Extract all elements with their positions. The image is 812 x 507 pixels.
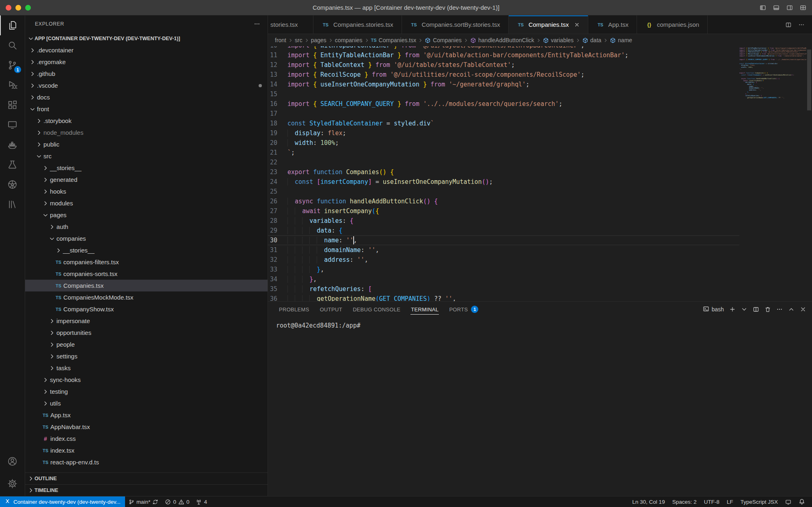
tree-item[interactable]: testing bbox=[25, 386, 268, 397]
line-number[interactable]: 30 bbox=[268, 235, 287, 245]
activity-run-debug-button[interactable] bbox=[0, 75, 25, 95]
breadcrumb-item[interactable]: handleAddButtonClick bbox=[470, 37, 535, 43]
line-number[interactable]: 13 bbox=[268, 70, 287, 80]
sidebar-section-outline[interactable]: OUTLINE bbox=[25, 472, 268, 484]
panel-tab-problems[interactable]: PROBLEMS bbox=[274, 302, 315, 317]
tree-item[interactable]: public bbox=[25, 138, 268, 150]
line-number[interactable]: 36 bbox=[268, 294, 287, 301]
indentation[interactable]: Spaces: 2 bbox=[669, 496, 700, 507]
scrollbar-thumb[interactable] bbox=[807, 50, 811, 110]
line-number[interactable]: 32 bbox=[268, 255, 287, 265]
tree-item[interactable]: .storybook bbox=[25, 115, 268, 127]
eol-sequence[interactable]: LF bbox=[723, 496, 737, 507]
editor-tab[interactable]: {}companies.json bbox=[637, 15, 708, 34]
branch-status[interactable]: main* bbox=[125, 496, 162, 507]
tree-item[interactable]: TSindex.tsx bbox=[25, 444, 268, 456]
activity-search-button[interactable] bbox=[0, 35, 25, 55]
tree-item[interactable]: #index.css bbox=[25, 433, 268, 444]
line-number[interactable]: 10 bbox=[268, 46, 287, 50]
line-number[interactable]: 31 bbox=[268, 245, 287, 255]
breadcrumb-item[interactable]: variables bbox=[542, 37, 574, 43]
editor-more-actions-icon[interactable] bbox=[798, 22, 805, 28]
tree-item[interactable]: impersonate bbox=[25, 315, 268, 327]
encoding[interactable]: UTF-8 bbox=[700, 496, 723, 507]
sidebar-section-timeline[interactable]: TIMELINE bbox=[25, 484, 268, 496]
kill-terminal-icon[interactable] bbox=[764, 306, 771, 313]
tree-item[interactable]: .ergomake bbox=[25, 56, 268, 68]
code-line-16[interactable]: 16import { SEARCH_COMPANY_QUERY } from '… bbox=[268, 99, 739, 109]
activity-kubernetes-button[interactable] bbox=[0, 175, 25, 194]
forwarded-ports-status[interactable]: 4 bbox=[192, 496, 210, 507]
breadcrumb-item[interactable]: front bbox=[274, 37, 287, 43]
breadcrumb-item[interactable]: Companies bbox=[424, 37, 462, 43]
panel-more-actions-icon[interactable] bbox=[776, 306, 783, 313]
line-number[interactable]: 24 bbox=[268, 177, 287, 187]
tree-item[interactable]: TScompanies-sorts.tsx bbox=[25, 268, 268, 280]
breadcrumb-item[interactable]: name bbox=[609, 37, 633, 43]
line-number[interactable]: 15 bbox=[268, 89, 287, 99]
explorer-actions-icon[interactable] bbox=[254, 21, 260, 27]
tree-item[interactable]: __stories__ bbox=[25, 162, 268, 174]
tree-item[interactable]: opportunities bbox=[25, 327, 268, 339]
tree-item[interactable]: .vscode bbox=[25, 80, 268, 91]
activity-docker-button[interactable] bbox=[0, 135, 25, 155]
code-line-19[interactable]: 19 display: flex; bbox=[268, 128, 739, 138]
editor-tab[interactable]: stories.tsx bbox=[268, 15, 313, 34]
activity-settings-button[interactable] bbox=[0, 474, 25, 494]
minimap[interactable]: import { WithTopBarContainer } from '@/u… bbox=[739, 46, 806, 301]
activity-accounts-button[interactable] bbox=[0, 451, 25, 471]
editor-tab[interactable]: TSCompanies.sortBy.stories.tsx bbox=[402, 15, 509, 34]
line-number[interactable]: 34 bbox=[268, 274, 287, 284]
tree-item[interactable]: hooks bbox=[25, 186, 268, 197]
code-line-28[interactable]: 28 variables: { bbox=[268, 216, 739, 226]
code-line-14[interactable]: 14import { useInsertOneCompanyMutation }… bbox=[268, 80, 739, 89]
activity-explorer-button[interactable] bbox=[0, 15, 25, 35]
toggle-secondary-sidebar-icon[interactable] bbox=[786, 4, 793, 11]
activity-references-button[interactable] bbox=[0, 194, 25, 214]
line-number[interactable]: 16 bbox=[268, 99, 287, 109]
line-number[interactable]: 14 bbox=[268, 80, 287, 89]
editor-tab[interactable]: TSCompanies.stories.tsx bbox=[313, 15, 402, 34]
tree-item[interactable]: TSCompanies.tsx bbox=[25, 280, 268, 291]
editor-scrollbar[interactable] bbox=[806, 46, 812, 301]
problems-status[interactable]: 0 0 bbox=[162, 496, 192, 507]
line-number[interactable]: 26 bbox=[268, 196, 287, 206]
tree-item[interactable]: modules bbox=[25, 197, 268, 209]
code-line-10[interactable]: 10import { WithTopBarContainer } from '@… bbox=[268, 46, 739, 50]
panel-tab-terminal[interactable]: TERMINAL bbox=[406, 302, 444, 317]
tree-item[interactable]: pages bbox=[25, 209, 268, 221]
line-number[interactable]: 23 bbox=[268, 167, 287, 177]
tree-item[interactable]: node_modules bbox=[25, 127, 268, 138]
tree-item[interactable]: TSApp.tsx bbox=[25, 409, 268, 421]
line-number[interactable]: 20 bbox=[268, 138, 287, 148]
code-line-11[interactable]: 11import { EntityTableActionBar } from '… bbox=[268, 50, 739, 60]
tree-item[interactable]: people bbox=[25, 339, 268, 350]
code-line-15[interactable]: 15 bbox=[268, 89, 739, 99]
activity-testing-button[interactable] bbox=[0, 155, 25, 175]
tree-item[interactable]: settings bbox=[25, 350, 268, 362]
code-line-34[interactable]: 34 }, bbox=[268, 274, 739, 284]
code-line-32[interactable]: 32 address: '', bbox=[268, 255, 739, 265]
line-number[interactable]: 12 bbox=[268, 60, 287, 70]
terminal-output[interactable]: root@0a42ecd84891:/app# bbox=[268, 317, 812, 496]
tree-item[interactable]: docs bbox=[25, 91, 268, 103]
code-line-21[interactable]: 21`; bbox=[268, 148, 739, 157]
line-number[interactable]: 35 bbox=[268, 284, 287, 294]
tree-item[interactable]: generated bbox=[25, 174, 268, 186]
cursor-position[interactable]: Ln 30, Col 19 bbox=[628, 496, 668, 507]
code-area[interactable]: 10import { WithTopBarContainer } from '@… bbox=[268, 46, 739, 301]
tree-item[interactable]: TSCompanyShow.tsx bbox=[25, 303, 268, 315]
code-line-22[interactable]: 22 bbox=[268, 157, 739, 167]
panel-tab-debug-console[interactable]: DEBUG CONSOLE bbox=[348, 302, 406, 317]
close-window-button[interactable] bbox=[6, 5, 11, 11]
tree-item[interactable]: TSreact-app-env.d.ts bbox=[25, 456, 268, 468]
tree-item[interactable]: src bbox=[25, 150, 268, 162]
maximize-panel-icon[interactable] bbox=[788, 306, 795, 313]
activity-extensions-button[interactable] bbox=[0, 95, 25, 115]
close-panel-icon[interactable] bbox=[800, 306, 806, 313]
breadcrumb-item[interactable]: companies bbox=[335, 37, 363, 43]
line-number[interactable]: 33 bbox=[268, 265, 287, 274]
code-line-24[interactable]: 24 const [insertCompany] = useInsertOneC… bbox=[268, 177, 739, 187]
activity-remote-explorer-button[interactable] bbox=[0, 115, 25, 135]
tree-item[interactable]: .devcontainer bbox=[25, 44, 268, 56]
